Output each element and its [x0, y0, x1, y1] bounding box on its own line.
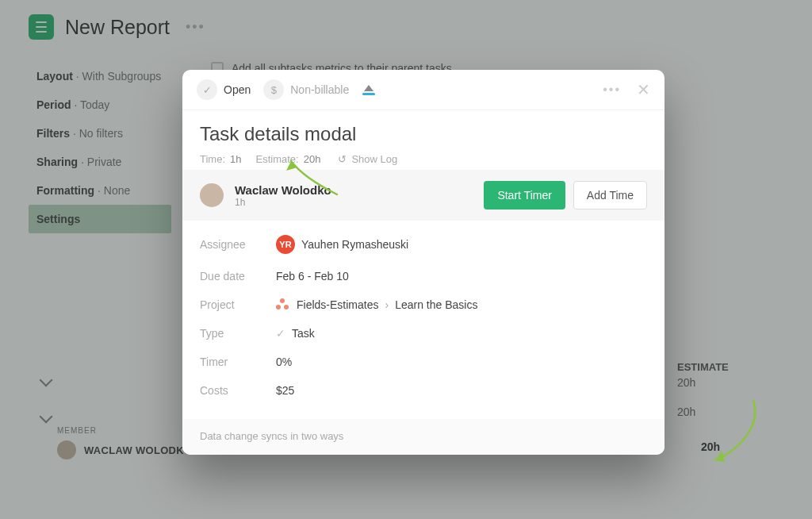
due-label: Due date — [200, 270, 276, 283]
more-icon[interactable]: ••• — [603, 83, 621, 97]
history-icon: ↺ — [338, 153, 347, 165]
timer-label: Timer — [200, 356, 276, 368]
timer-value: 0% — [276, 356, 292, 368]
dollar-icon: $ — [263, 79, 284, 100]
time-value: 1h — [230, 153, 241, 165]
start-timer-button[interactable]: Start Timer — [484, 181, 565, 210]
check-icon: ✓ — [197, 79, 217, 100]
assignee-value[interactable]: YR Yauhen Rymasheuski — [276, 235, 408, 254]
project-label: Project — [200, 298, 276, 311]
billable-pill[interactable]: $ Non-billable — [263, 79, 349, 100]
paint-icon — [362, 85, 376, 95]
add-time-button[interactable]: Add Time — [573, 181, 647, 210]
type-value[interactable]: ✓ Task — [276, 327, 315, 340]
chevron-right-icon: › — [385, 298, 389, 311]
project-value[interactable]: Fields-Estimates › Learn the Basics — [276, 298, 477, 311]
project-icon — [276, 300, 290, 309]
owner-time: 1h — [235, 197, 331, 208]
avatar — [200, 183, 224, 207]
time-label: Time: — [200, 153, 225, 165]
task-details-modal: ✓ Open $ Non-billable ••• ✕ Task details… — [182, 70, 665, 455]
status-pill[interactable]: ✓ Open — [197, 79, 251, 100]
check-icon: ✓ — [276, 327, 285, 340]
due-value[interactable]: Feb 6 - Feb 10 — [276, 270, 349, 283]
estimate-value: 20h — [304, 153, 321, 165]
costs-value: $25 — [276, 384, 294, 397]
costs-label: Costs — [200, 384, 276, 397]
type-label: Type — [200, 327, 276, 340]
show-log-link[interactable]: Show Log — [351, 153, 397, 165]
color-button[interactable] — [362, 85, 376, 95]
assignee-label: Assignee — [200, 238, 276, 251]
owner-name: Waclaw Wolodko — [235, 183, 331, 197]
close-button[interactable]: ✕ — [637, 80, 650, 99]
estimate-label: Estimate: — [256, 153, 299, 165]
modal-footer-note: Data change syncs in two ways — [182, 419, 665, 455]
modal-title: Task details modal — [200, 123, 647, 145]
avatar-initials: YR — [276, 235, 295, 254]
